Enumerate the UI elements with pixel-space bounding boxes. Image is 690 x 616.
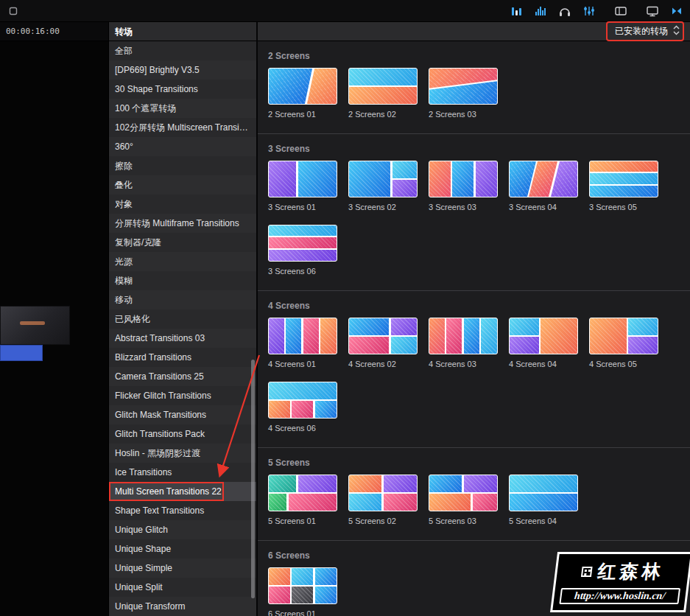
sidebar-item-label: Shape Text Transitions xyxy=(115,505,204,516)
sidebar-item[interactable]: 对象 xyxy=(109,195,256,214)
thumbnail-row: 5 Screens 015 Screens 025 Screens 035 Sc… xyxy=(268,475,690,539)
media-browser-icon[interactable] xyxy=(613,4,628,18)
transition-item[interactable]: 3 Screens 04 xyxy=(509,161,578,211)
sidebar-item[interactable]: Abstract Transitions 03 xyxy=(109,329,256,348)
thumbnail-tile xyxy=(510,337,539,354)
transition-item[interactable]: 4 Screens 01 xyxy=(268,318,337,368)
transition-item[interactable]: 4 Screens 06 xyxy=(268,382,337,433)
thumbnail-tile xyxy=(349,475,381,492)
sidebar-item[interactable]: 分屏转场 Multiframe Transitions xyxy=(109,214,256,233)
sidebar-item[interactable]: 叠化 xyxy=(109,175,256,195)
sidebar-item-label: 对象 xyxy=(115,199,133,209)
sidebar-item[interactable]: Glitch Mask Transitions xyxy=(109,405,256,424)
transition-item[interactable]: 3 Screens 01 xyxy=(268,161,337,211)
thumbnail-row: 2 Screens 012 Screens 022 Screens 03 xyxy=(268,68,690,132)
thumbnail-tile xyxy=(269,587,290,603)
sidebar-item-label: Glitch Mask Transitions xyxy=(115,410,206,420)
transition-thumbnail xyxy=(348,475,418,511)
transition-item[interactable]: 5 Screens 04 xyxy=(509,475,578,525)
transition-thumbnail xyxy=(268,225,337,262)
thumbnail-tile xyxy=(298,475,337,492)
sidebar-item[interactable]: Camera Transitions 25 xyxy=(109,367,256,386)
thumbnail-tile xyxy=(590,173,658,183)
transition-item[interactable]: 3 Screens 06 xyxy=(268,225,337,276)
transitions-browser-icon[interactable] xyxy=(669,4,684,18)
sidebar-list: 全部[DP669] Brightly V3.530 Shape Transiti… xyxy=(109,41,256,616)
transition-thumbnail xyxy=(429,475,498,511)
transition-item[interactable]: 3 Screens 05 xyxy=(589,161,658,211)
sidebar-item[interactable]: Blizzard Transitions xyxy=(109,348,256,367)
transition-item[interactable]: 4 Screens 04 xyxy=(509,318,578,368)
sidebar-item[interactable]: 全部 xyxy=(109,41,256,60)
mixer-icon[interactable] xyxy=(582,4,596,18)
sidebar-item[interactable]: Unique Glitch xyxy=(109,520,256,539)
transition-label: 3 Screens 06 xyxy=(268,267,337,276)
sidebar-item[interactable]: 光源 xyxy=(109,252,256,271)
transition-item[interactable]: 5 Screens 02 xyxy=(348,475,418,525)
sidebar-scrollbar[interactable] xyxy=(251,360,255,598)
sidebar-item[interactable]: Hoslin - 黑场阴影过渡 xyxy=(109,444,256,463)
transition-item[interactable]: 3 Screens 02 xyxy=(348,161,418,211)
sidebar-item[interactable]: 30 Shape Transitions xyxy=(109,80,256,99)
sidebar-item[interactable]: 360° xyxy=(109,137,256,156)
transition-thumbnail xyxy=(429,68,498,105)
timeline-area[interactable] xyxy=(0,41,108,616)
thumbnail-tile xyxy=(349,494,381,511)
dropdown-value: 已安装的转场 xyxy=(615,25,668,38)
installed-transitions-dropdown[interactable]: 已安装的转场 xyxy=(612,24,683,39)
app-window: 00:00:16:00 转场 全部[DP669] Brightly V3.530… xyxy=(0,0,690,616)
thumbnail-row: 4 Screens 014 Screens 024 Screens 034 Sc… xyxy=(268,318,690,446)
transitions-browser: 已安装的转场 2 Screens2 Screens 012 Screens 02… xyxy=(258,22,690,616)
sidebar-item[interactable]: 擦除 xyxy=(109,156,256,175)
transition-item[interactable]: 4 Screens 05 xyxy=(589,318,658,368)
transition-label: 4 Screens 06 xyxy=(268,424,337,433)
thumbnail-tile xyxy=(307,69,337,104)
sidebar-item[interactable]: 100 个遮罩转场 xyxy=(109,99,256,118)
transition-item[interactable]: 2 Screens 01 xyxy=(268,68,337,119)
sidebar-item-label: Unique Shape xyxy=(115,544,171,554)
transitions-grid: 2 Screens2 Screens 012 Screens 022 Scree… xyxy=(258,41,690,616)
transition-item[interactable]: 2 Screens 03 xyxy=(429,68,498,119)
thumbnail-tile xyxy=(446,318,462,354)
transition-item[interactable]: 2 Screens 02 xyxy=(348,68,418,119)
sidebar-item[interactable]: [DP669] Brightly V3.5 xyxy=(109,60,256,80)
transition-label: 4 Screens 04 xyxy=(509,360,578,368)
thumbnail-tile xyxy=(452,161,474,197)
sidebar-item[interactable]: 移动 xyxy=(109,290,256,309)
window-icon[interactable] xyxy=(6,4,21,18)
displays-icon[interactable] xyxy=(645,4,660,18)
sidebar-item[interactable]: 102分屏转场 Multiscreen Transi… xyxy=(109,118,256,137)
sidebar-item[interactable]: Glitch Transitions Pack xyxy=(109,424,256,444)
thumbnail-tile xyxy=(269,225,337,236)
clip-bar[interactable] xyxy=(0,345,43,361)
thumbnail-tile xyxy=(269,250,337,261)
sidebar-item[interactable]: 模糊 xyxy=(109,271,256,290)
sidebar-item[interactable]: Unique Split xyxy=(109,578,256,597)
transition-item[interactable]: 4 Screens 03 xyxy=(429,318,498,368)
transition-item[interactable]: 5 Screens 01 xyxy=(268,475,337,525)
transition-item[interactable]: 6 Screens 01 xyxy=(268,567,337,616)
thumbnail-tile xyxy=(392,161,417,178)
transition-label: 5 Screens 02 xyxy=(348,517,418,525)
sidebar-item[interactable]: Flicker Glitch Transitions xyxy=(109,386,256,405)
audio-meters-icon[interactable] xyxy=(509,4,524,18)
transition-item[interactable]: 3 Screens 03 xyxy=(429,161,498,211)
sidebar-item[interactable]: Unique Shape xyxy=(109,539,256,559)
sidebar-item[interactable]: Multi Screen Transitions 22 xyxy=(109,482,256,501)
clip-thumbnail[interactable] xyxy=(0,306,70,345)
transition-thumbnail xyxy=(348,161,418,197)
headphones-icon[interactable] xyxy=(557,4,572,18)
sidebar-item[interactable]: Unique Transform xyxy=(109,597,256,616)
transition-item[interactable]: 4 Screens 02 xyxy=(348,318,418,368)
sidebar-item[interactable]: 已风格化 xyxy=(109,309,256,329)
transition-thumbnail xyxy=(589,161,658,197)
sidebar-item[interactable]: Unique Simple xyxy=(109,559,256,578)
thumbnail-tile xyxy=(541,318,577,354)
transition-label: 3 Screens 04 xyxy=(509,203,578,211)
hoslin-watermark: 红森林 http://www.hoslin.cn/ xyxy=(550,552,690,612)
sidebar-item[interactable]: Ice Transitions xyxy=(109,463,256,482)
sidebar-item[interactable]: Shape Text Transitions xyxy=(109,501,256,520)
transition-item[interactable]: 5 Screens 03 xyxy=(429,475,498,525)
waveform-icon[interactable] xyxy=(533,4,548,18)
sidebar-item[interactable]: 复制器/克隆 xyxy=(109,233,256,252)
